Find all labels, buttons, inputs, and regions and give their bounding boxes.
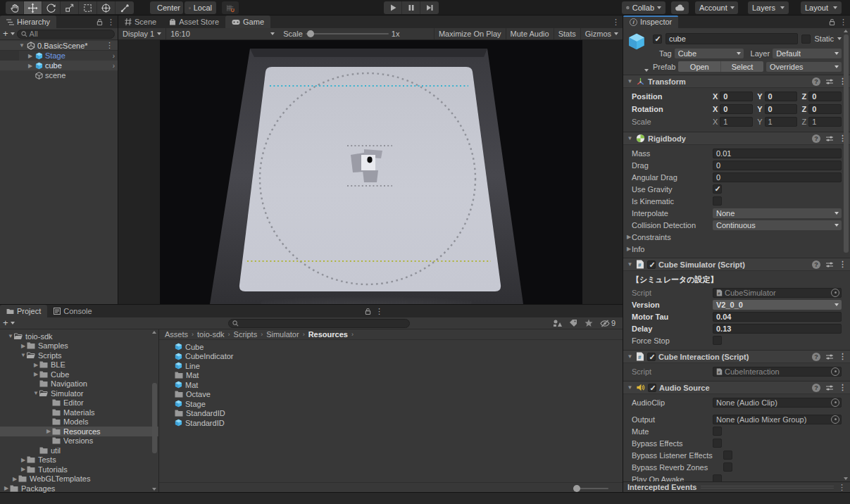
hierarchy-item-scene[interactable]: scene xyxy=(0,70,118,80)
prefab-nav-arrow-icon[interactable]: › xyxy=(113,62,115,70)
search-by-type-icon[interactable] xyxy=(553,319,562,327)
project-search-input[interactable] xyxy=(228,319,410,328)
tree-item-navigation[interactable]: Navigation xyxy=(0,379,158,389)
output-field[interactable]: None (Audio Mixer Group) xyxy=(713,415,842,424)
tab-project[interactable]: Project xyxy=(0,305,47,317)
tree-item-versions[interactable]: Versions xyxy=(0,436,158,446)
force-stop-checkbox[interactable] xyxy=(713,336,722,345)
stats-button[interactable]: Stats xyxy=(554,28,580,39)
project-create-arrow[interactable] xyxy=(11,322,15,325)
tree-item-samples[interactable]: ▶ Samples xyxy=(0,341,158,351)
foldout-expanded-icon[interactable]: ▼ xyxy=(627,261,633,267)
inspector-scrollbar[interactable] xyxy=(842,29,850,481)
drag-field[interactable]: 0 xyxy=(713,160,842,170)
cube-simulator-header[interactable]: ▼ # Cube Simulator (Script) ? ⋮ xyxy=(623,258,850,271)
file-octave-folder[interactable]: Octave xyxy=(159,390,623,400)
cube-interaction-header[interactable]: ▼ # Cube Interaction (Script) ? ⋮ xyxy=(623,350,850,363)
icon-dropdown-arrow[interactable] xyxy=(644,69,649,72)
help-icon[interactable]: ? xyxy=(812,260,820,269)
scene-menu-icon[interactable]: ⋮ xyxy=(106,41,113,50)
component-enabled-checkbox[interactable] xyxy=(647,260,656,269)
file-mat-folder[interactable]: Mat xyxy=(159,371,623,381)
collab-button[interactable]: Collab xyxy=(622,1,665,14)
favorites-icon[interactable] xyxy=(585,319,593,327)
search-by-label-icon[interactable] xyxy=(569,319,577,327)
tree-item-models[interactable]: Models xyxy=(0,417,158,427)
tree-item-cube[interactable]: ▶ Cube xyxy=(0,370,158,379)
rotation-x-field[interactable]: 0 xyxy=(720,104,753,114)
scale-slider-track[interactable] xyxy=(306,33,389,34)
interpolate-dropdown[interactable]: None xyxy=(713,208,842,218)
scale-z-field[interactable]: 1 xyxy=(808,117,842,127)
file-cubeindicator[interactable]: CubeIndicator xyxy=(159,352,623,362)
tree-item-scripts[interactable]: ▼ Scripts xyxy=(0,351,158,360)
tree-item-tutorials[interactable]: ▶ Tutorials xyxy=(0,465,158,474)
audio-source-header[interactable]: ▼ Audio Source ? ⋮ xyxy=(623,381,850,394)
hierarchy-item-stage[interactable]: ▶ Stage › xyxy=(0,51,118,61)
scale-y-field[interactable]: 1 xyxy=(765,117,798,127)
object-picker-icon[interactable] xyxy=(831,289,839,297)
tree-item-simulator[interactable]: ▼ Simulator xyxy=(0,389,158,398)
inspector-menu-icon[interactable]: ⋮ xyxy=(839,18,847,27)
help-icon[interactable]: ? xyxy=(812,384,820,392)
project-create-button[interactable]: + xyxy=(3,320,8,327)
rigidbody-header[interactable]: ▼ Rigidbody ? ⋮ xyxy=(623,132,850,145)
component-enabled-checkbox[interactable] xyxy=(648,384,656,392)
component-enabled-checkbox[interactable] xyxy=(647,353,656,361)
layers-dropdown[interactable]: Layers xyxy=(748,1,789,14)
object-picker-icon[interactable] xyxy=(831,367,839,376)
intercepted-events-menu-icon[interactable]: ⋮ xyxy=(838,483,846,492)
layer-dropdown[interactable]: Default xyxy=(773,49,842,58)
game-viewport[interactable] xyxy=(118,40,623,304)
version-dropdown[interactable]: V2_0_0 xyxy=(713,300,842,310)
script-field[interactable]: # CubeSimulator xyxy=(713,288,842,298)
bypass-listener-checkbox[interactable] xyxy=(723,451,732,460)
maximize-on-play-button[interactable]: Maximize On Play xyxy=(435,28,506,39)
position-z-field[interactable]: 0 xyxy=(808,92,842,101)
prefab-overrides-dropdown[interactable]: Overrides xyxy=(766,62,842,72)
breadcrumb-resources[interactable]: Resources xyxy=(308,330,348,339)
position-x-field[interactable]: 0 xyxy=(720,92,753,101)
aspect-dropdown[interactable]: 16:10 xyxy=(166,28,279,39)
icon-size-slider[interactable] xyxy=(573,488,608,489)
display-dropdown[interactable]: Display 1 xyxy=(118,28,165,39)
file-standardid[interactable]: StandardID xyxy=(159,418,623,428)
foldout-expanded-icon[interactable]: ▼ xyxy=(18,42,25,49)
lock-icon[interactable] xyxy=(829,18,835,26)
foldout-collapsed-icon[interactable]: ▶ xyxy=(27,63,34,69)
scale-slider[interactable]: Scale 1x xyxy=(279,28,404,39)
lock-icon[interactable] xyxy=(96,18,103,26)
hierarchy-create-button[interactable]: + xyxy=(3,30,8,37)
tree-item-toio-sdk[interactable]: ▼ toio-sdk xyxy=(0,332,158,341)
motor-tau-field[interactable]: 0.04 xyxy=(713,312,842,322)
tab-game[interactable]: Game xyxy=(225,15,270,28)
project-tree-scrollbar[interactable] xyxy=(151,331,158,491)
prefab-open-button[interactable]: Open xyxy=(678,61,721,72)
bypass-reverb-checkbox[interactable] xyxy=(723,462,732,472)
foldout-expanded-icon[interactable]: ▼ xyxy=(627,353,633,360)
collision-detection-dropdown[interactable]: Continuous xyxy=(713,220,842,230)
transform-tool-button[interactable] xyxy=(97,1,115,14)
presets-icon[interactable] xyxy=(825,353,834,361)
foldout-collapsed-icon[interactable]: ▶ xyxy=(27,53,34,59)
foldout-expanded-icon[interactable]: ▼ xyxy=(627,135,633,141)
breadcrumb-assets[interactable]: Assets xyxy=(165,330,188,339)
scale-x-field[interactable]: 1 xyxy=(720,117,753,127)
audioclip-field[interactable]: None (Audio Clip) xyxy=(713,398,842,408)
rect-tool-button[interactable] xyxy=(79,1,97,14)
move-tool-button[interactable] xyxy=(24,1,42,14)
pause-button[interactable] xyxy=(402,1,420,14)
info-foldout[interactable]: ▶Info xyxy=(623,243,850,255)
script-field[interactable]: # CubeInteraction xyxy=(713,367,842,377)
file-standardid-folder[interactable]: StandardID xyxy=(159,409,623,419)
lock-icon[interactable] xyxy=(365,308,371,315)
tree-item-webgltemplates[interactable]: ▶ WebGLTemplates xyxy=(0,474,158,484)
hierarchy-create-arrow[interactable] xyxy=(11,32,15,35)
tab-hierarchy[interactable]: Hierarchy xyxy=(0,15,56,28)
static-dropdown-arrow[interactable] xyxy=(837,37,842,40)
file-mat[interactable]: Mat xyxy=(159,380,623,390)
hierarchy-menu-icon[interactable]: ⋮ xyxy=(107,18,115,27)
static-checkbox[interactable] xyxy=(801,34,811,44)
use-gravity-checkbox[interactable] xyxy=(713,184,722,194)
is-kinematic-checkbox[interactable] xyxy=(713,196,722,206)
